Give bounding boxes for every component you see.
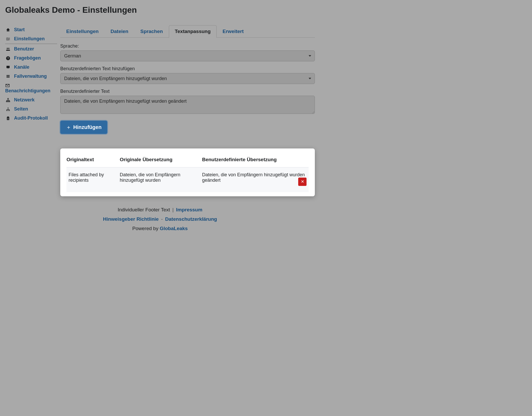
footer-impressum-link[interactable]: Impressum [176, 207, 202, 212]
table-row: Files attached by recipients Dateien, di… [66, 167, 309, 192]
sidebar-item-label: Netzwerk [14, 97, 35, 103]
sidebar-item-label: Seiten [14, 106, 28, 112]
sidebar-item-label: Benachrichtigungen [5, 88, 50, 93]
language-label: Sprache: [60, 43, 315, 49]
sidebar-item-benutzer[interactable]: Benutzer [5, 44, 57, 54]
add-text-label: Benutzerdefinierten Text hinzufügen [60, 66, 315, 72]
delete-button[interactable]: ✕ [298, 178, 307, 186]
svg-point-4 [8, 110, 9, 111]
sidebar-item-fallverwaltung[interactable]: Fallverwaltung [5, 72, 57, 81]
sitemap-icon [5, 106, 11, 112]
list-icon [5, 74, 11, 79]
page-title: Globaleaks Demo - Einstellungen [5, 5, 315, 15]
main-content: Einstellungen Dateien Sprachen Textanpas… [57, 25, 315, 196]
footer-privacy-link[interactable]: Datenschutzerklärung [165, 216, 217, 222]
envelope-icon [5, 83, 10, 88]
add-button-label: Hinzufügen [73, 124, 102, 130]
sidebar-item-einstellungen[interactable]: Einstellungen [5, 34, 57, 44]
svg-point-5 [9, 110, 10, 111]
sidebar: Start Einstellungen Benutzer ? Frageböge… [5, 25, 57, 196]
cell-custom: Dateien, die von Empfängern hinzugefügt … [202, 167, 309, 192]
add-text-select[interactable]: Dateien, die von Empfängern hinzugefügt … [60, 73, 315, 84]
sidebar-item-seiten[interactable]: Seiten [5, 105, 57, 114]
tab-textanpassung[interactable]: Textanpassung [169, 25, 217, 38]
translations-card: Originaltext Originale Übersetzung Benut… [60, 148, 315, 196]
question-icon: ? [5, 55, 11, 61]
svg-point-2 [8, 108, 9, 108]
sidebar-item-benachrichtigungen[interactable]: Benachrichtigungen [5, 81, 57, 95]
language-select[interactable]: German [60, 50, 315, 61]
tabs: Einstellungen Dateien Sprachen Textanpas… [60, 25, 315, 38]
svg-text:?: ? [7, 57, 9, 60]
close-icon: ✕ [301, 179, 304, 184]
sidebar-item-label: Start [14, 27, 25, 32]
sidebar-item-start[interactable]: Start [5, 25, 57, 34]
col-translation: Originale Übersetzung [120, 155, 202, 167]
footer: Individueller Footer Text | Impressum Hi… [5, 205, 315, 233]
custom-text-input[interactable] [60, 96, 315, 114]
users-icon [5, 46, 11, 52]
sidebar-item-label: Fallverwaltung [14, 74, 47, 79]
footer-custom-text: Individueller Footer Text [118, 207, 170, 212]
tab-sprachen[interactable]: Sprachen [134, 25, 169, 38]
network-icon [5, 97, 11, 103]
clipboard-icon [5, 115, 11, 121]
cell-translation: Dateien, die von Empfängern hinzugefügt … [120, 167, 202, 192]
sidebar-item-kanaele[interactable]: Kanäle [5, 63, 57, 72]
sliders-icon [5, 36, 11, 42]
tab-erweitert[interactable]: Erweitert [217, 25, 250, 38]
custom-text-label: Benutzerdefinierter Text [60, 89, 315, 94]
sidebar-item-label: Benutzer [14, 46, 34, 52]
plus-icon: ＋ [66, 124, 71, 131]
footer-brand-link[interactable]: GlobaLeaks [160, 226, 188, 231]
sidebar-item-netzwerk[interactable]: Netzwerk [5, 95, 57, 105]
add-button[interactable]: ＋ Hinzufügen [60, 121, 107, 134]
home-icon [5, 27, 11, 32]
sidebar-item-frageboegen[interactable]: ? Fragebögen [5, 54, 57, 63]
sidebar-item-label: Kanäle [14, 64, 29, 70]
tab-dateien[interactable]: Dateien [105, 25, 135, 38]
tab-einstellungen[interactable]: Einstellungen [60, 25, 105, 38]
sidebar-item-label: Audit-Protokoll [14, 115, 48, 121]
inbox-icon [5, 64, 11, 70]
sidebar-item-label: Fragebögen [14, 55, 41, 61]
svg-point-3 [6, 110, 7, 111]
col-original: Originaltext [66, 155, 120, 167]
footer-powered-label: Powered by [132, 226, 160, 231]
cell-original: Files attached by recipients [66, 167, 120, 192]
col-custom: Benutzerdefinierte Übersetzung [202, 155, 309, 167]
sidebar-item-audit[interactable]: Audit-Protokoll [5, 114, 57, 123]
footer-policy-link[interactable]: Hinweisgeber Richtlinie [103, 216, 159, 222]
sidebar-item-label: Einstellungen [14, 36, 45, 42]
